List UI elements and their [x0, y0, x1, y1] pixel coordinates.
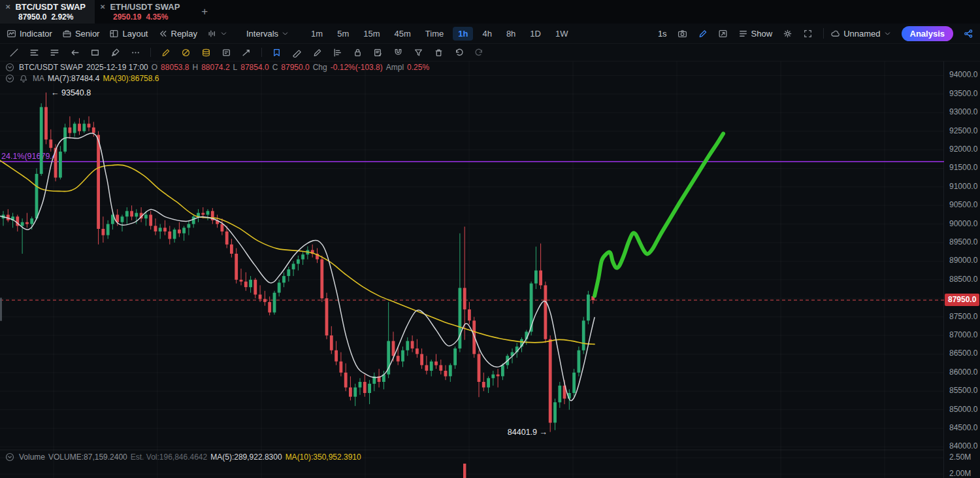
tab-ethusdt-swap[interactable]: ✕ ETH/USDT SWAP 2950.19 4.35% [95, 0, 189, 24]
show-settings-button[interactable]: Show [738, 29, 773, 39]
share-nodes-icon [964, 29, 973, 39]
doc-edit-icon[interactable] [368, 48, 388, 58]
volume-legend: VolumeVOLUME:87,159.2400Est. Vol:196,846… [5, 452, 361, 462]
bookmark-tool-icon[interactable] [267, 48, 287, 58]
legend-text: Ampl [386, 63, 404, 72]
close-tab-icon[interactable]: ✕ [100, 4, 105, 10]
horizontal-lines-tool-icon[interactable] [24, 48, 44, 58]
timeframe-8h-button[interactable]: 8h [501, 27, 521, 41]
collapse-chevron-icon[interactable] [5, 452, 14, 462]
price-axis-label: 89500.0 [949, 237, 977, 247]
legend-text: Chg [313, 63, 327, 72]
magnet-icon[interactable] [388, 48, 408, 58]
timeframe-time-button[interactable]: Time [420, 27, 449, 41]
camera-icon [678, 29, 687, 39]
indicator-button[interactable]: Indicator [7, 29, 52, 39]
chevron-down-icon [282, 30, 289, 37]
price-axis[interactable]: 94000.093500.093000.092500.092000.091500… [944, 61, 980, 478]
legend-text: Volume [19, 452, 45, 462]
last-price-tag: 87950.0 [945, 294, 979, 306]
more-tools-icon[interactable] [125, 48, 146, 58]
arrow-tool-icon[interactable] [65, 48, 85, 58]
collapse-chevron-icon[interactable] [5, 74, 14, 83]
timeframe-1m-button[interactable]: 1m [306, 27, 328, 41]
expand-icon [803, 29, 813, 39]
workspace-dropdown[interactable]: Unnamed [830, 29, 890, 39]
list-icon [738, 29, 748, 39]
resolution-1s-button[interactable]: 1s [658, 29, 667, 39]
chart-style-dropdown[interactable] [207, 29, 227, 39]
replay-button[interactable]: Replay [158, 29, 197, 39]
ohlc-legend: BTC/USDT SWAP2025-12-19 17:00O88053.8H88… [5, 63, 429, 72]
alert-bell-icon[interactable] [19, 74, 28, 83]
close-tab-icon[interactable]: ✕ [5, 4, 10, 10]
svg-text:84401.9 →: 84401.9 → [508, 428, 547, 437]
undo-icon[interactable] [449, 48, 469, 58]
timeframe-1h-button[interactable]: 1h [453, 27, 473, 41]
ruler-tool-icon[interactable] [287, 48, 307, 58]
price-axis-label: 84500.0 [949, 423, 977, 432]
lock-icon[interactable] [348, 48, 368, 58]
intervals-dropdown[interactable]: Intervals [246, 29, 289, 39]
add-tab-button[interactable]: + [189, 0, 220, 24]
legend-text: 88053.8 [161, 63, 189, 72]
price-axis-label: 85000.0 [949, 405, 977, 414]
main-toolbar: Indicator Senior Layout Replay Intervals… [0, 24, 980, 44]
toolbar-divider [150, 48, 151, 57]
chip-distribution-icon[interactable] [196, 48, 216, 58]
price-axis-label: 87000.0 [949, 330, 977, 339]
senior-button[interactable]: Senior [62, 29, 100, 39]
note-edit-icon[interactable] [216, 48, 237, 58]
price-axis-label: 88500.0 [949, 275, 977, 284]
legend-text: MA(5):289,922.8300 [210, 452, 282, 462]
timeframe-5m-button[interactable]: 5m [332, 27, 354, 41]
pencil-draw-icon[interactable] [155, 48, 176, 58]
price-axis-label: 87500.0 [949, 312, 977, 321]
timeframe-45m-button[interactable]: 45m [389, 27, 416, 41]
toolbar-divider [823, 28, 824, 39]
collapse-chevron-icon[interactable] [5, 63, 14, 72]
trash-icon[interactable] [429, 48, 449, 58]
layout-button[interactable]: Layout [109, 29, 148, 39]
screenshot-button[interactable] [678, 29, 687, 39]
legend-text: 87854.0 [240, 63, 269, 72]
fullscreen-button[interactable] [803, 29, 813, 39]
candlestick-chart[interactable]: 24.1%(91679.4← 93540.884401.9 → [0, 61, 944, 478]
timeframe-15m-button[interactable]: 15m [358, 27, 385, 41]
volume-profile-icon[interactable] [327, 48, 348, 58]
tab-btcusdt-swap[interactable]: ✕ BTC/USDT SWAP 87950.0 2.92% [0, 0, 95, 24]
layout-grid-icon [109, 29, 119, 39]
svg-text:24.1%(91679.4: 24.1%(91679.4 [1, 152, 57, 161]
filter-icon[interactable] [408, 48, 429, 58]
parallel-lines-tool-icon[interactable] [44, 48, 65, 58]
tab-price: 87950.0 [18, 12, 46, 22]
svg-text:← 93540.8: ← 93540.8 [51, 88, 91, 97]
analysis-button[interactable]: Analysis [902, 26, 953, 41]
circle-slash-draw-icon[interactable] [176, 48, 196, 58]
annotate-pencil-icon[interactable] [307, 48, 327, 58]
price-axis-label: 85500.0 [949, 386, 977, 395]
settings-button[interactable] [783, 29, 792, 39]
timeframe-1d-button[interactable]: 1D [525, 27, 546, 41]
pop-out-button[interactable] [718, 29, 728, 39]
edit-drawing-button[interactable] [698, 29, 708, 39]
brush-tool-icon[interactable] [105, 48, 125, 58]
timeframe-group: 1m5m15m45mTime1h4h8h1D1W [304, 27, 575, 41]
legend-text: MA(30):86758.6 [103, 74, 159, 83]
trend-arrow-icon[interactable] [237, 48, 257, 58]
chevron-down-icon [220, 30, 227, 37]
legend-text: VOLUME:87,159.2400 [48, 452, 127, 462]
tab-change: 4.35% [146, 12, 168, 22]
price-axis-label: 93500.0 [949, 89, 977, 98]
redo-icon[interactable] [469, 48, 489, 58]
timeframe-1w-button[interactable]: 1W [550, 27, 574, 41]
chart-area[interactable]: 24.1%(91679.4← 93540.884401.9 → BTC/USDT… [0, 61, 980, 478]
share-button[interactable] [964, 29, 973, 39]
price-axis-label: 91500.0 [949, 163, 977, 172]
trend-line-tool-icon[interactable] [4, 48, 24, 58]
timeframe-4h-button[interactable]: 4h [477, 27, 497, 41]
legend-text: 2025-12-19 17:00 [86, 63, 148, 72]
price-scale-scrollbar[interactable] [0, 298, 2, 321]
legend-text: MA [33, 74, 44, 83]
rectangle-tool-icon[interactable] [85, 48, 105, 58]
